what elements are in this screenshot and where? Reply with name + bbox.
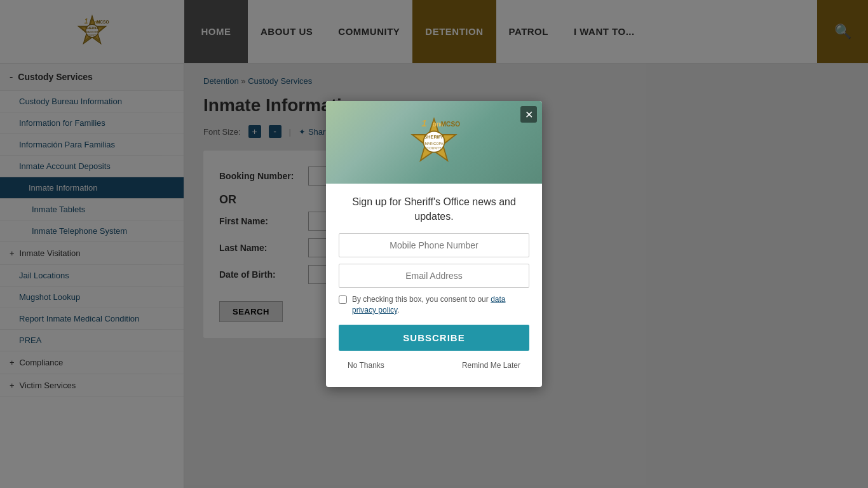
svg-text:MCSO: MCSO — [441, 121, 461, 128]
no-thanks-button[interactable]: No Thanks — [345, 358, 387, 372]
modal-email-input[interactable] — [339, 264, 529, 288]
svg-text:1: 1 — [421, 118, 426, 128]
consent-checkbox[interactable] — [339, 295, 347, 304]
modal-logo: SHERIFF MARICOPA COUNTY 1 one MCSO — [396, 114, 472, 171]
modal-title: Sign up for Sheriff's Office news and up… — [339, 195, 529, 224]
modal-header-bg: SHERIFF MARICOPA COUNTY 1 one MCSO ✕ — [326, 101, 542, 184]
consent-text: By checking this box, you consent to our… — [352, 294, 529, 316]
modal-body: Sign up for Sheriff's Office news and up… — [326, 184, 542, 386]
modal-phone-input[interactable] — [339, 233, 529, 257]
remind-later-button[interactable]: Remind Me Later — [459, 358, 523, 372]
consent-row: By checking this box, you consent to our… — [339, 294, 529, 316]
modal-close-button[interactable]: ✕ — [520, 106, 537, 123]
subscribe-button[interactable]: SUBSCRIBE — [339, 325, 529, 351]
consent-suffix: . — [397, 306, 399, 315]
modal-footer: No Thanks Remind Me Later — [339, 358, 529, 376]
svg-text:MARICOPA: MARICOPA — [424, 142, 443, 146]
svg-text:COUNTY: COUNTY — [426, 146, 442, 150]
modal-overlay: SHERIFF MARICOPA COUNTY 1 one MCSO ✕ Sig… — [0, 0, 868, 488]
subscribe-modal: SHERIFF MARICOPA COUNTY 1 one MCSO ✕ Sig… — [326, 101, 542, 386]
svg-text:SHERIFF: SHERIFF — [424, 135, 444, 140]
modal-logo-area: SHERIFF MARICOPA COUNTY 1 one MCSO — [396, 114, 472, 171]
